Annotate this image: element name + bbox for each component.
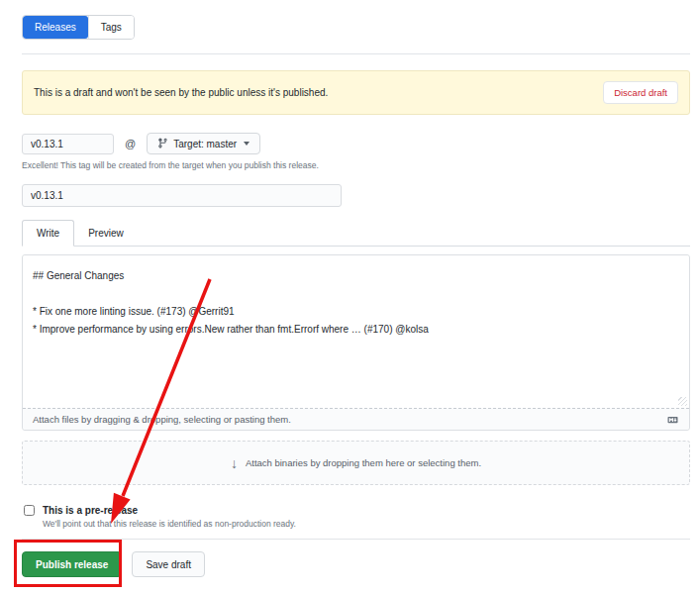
tab-preview[interactable]: Preview [74, 220, 138, 246]
prerelease-label[interactable]: This is a pre-release [43, 505, 138, 516]
actions-row: Publish release Save draft [22, 551, 690, 577]
prerelease-section: This is a pre-release We'll point out th… [22, 505, 690, 529]
down-arrow-icon: ↓ [231, 456, 238, 470]
target-branch-dropdown[interactable]: Target: master [147, 133, 260, 154]
publish-release-button[interactable]: Publish release [22, 551, 122, 577]
release-draft-page: Releases Tags This is a draft and won't … [0, 0, 700, 594]
draft-warning-banner: This is a draft and won't be seen by the… [22, 70, 690, 115]
editor-tabnav: Write Preview [22, 220, 690, 247]
editor-footer: Attach files by dragging & dropping, sel… [23, 408, 689, 430]
tab-write[interactable]: Write [22, 220, 74, 247]
header-divider [22, 53, 690, 54]
tag-name-input[interactable] [22, 134, 114, 154]
release-body-textarea[interactable]: ## General Changes * Fix one more lintin… [23, 255, 689, 408]
release-title-input[interactable] [22, 184, 342, 207]
draft-warning-text: This is a draft and won't be seen by the… [34, 87, 328, 98]
tab-tags[interactable]: Tags [88, 16, 134, 39]
discard-draft-button[interactable]: Discard draft [603, 81, 678, 104]
save-draft-button[interactable]: Save draft [132, 551, 205, 577]
textarea-resize-grip[interactable] [678, 397, 687, 406]
git-branch-icon [157, 138, 168, 150]
releases-tags-toggle: Releases Tags [22, 15, 135, 40]
markdown-icon [666, 415, 679, 425]
attach-binaries-dropzone[interactable]: ↓ Attach binaries by dropping them here … [22, 441, 690, 485]
target-branch-label: Target: master [173, 139, 237, 149]
actions-divider [22, 539, 690, 540]
tag-helper-text: Excellent! This tag will be created from… [22, 160, 690, 170]
tab-releases[interactable]: Releases [23, 16, 88, 39]
tag-row: @ Target: master [22, 133, 690, 154]
prerelease-checkbox[interactable] [24, 505, 35, 516]
attach-binaries-label: Attach binaries by dropping them here or… [246, 457, 481, 468]
release-body-editor: ## General Changes * Fix one more lintin… [22, 254, 690, 431]
attach-files-hint[interactable]: Attach files by dragging & dropping, sel… [33, 414, 291, 425]
prerelease-helper-text: We'll point out that this release is ide… [43, 519, 690, 529]
at-symbol: @ [125, 138, 136, 149]
dropdown-caret-icon [244, 142, 250, 146]
